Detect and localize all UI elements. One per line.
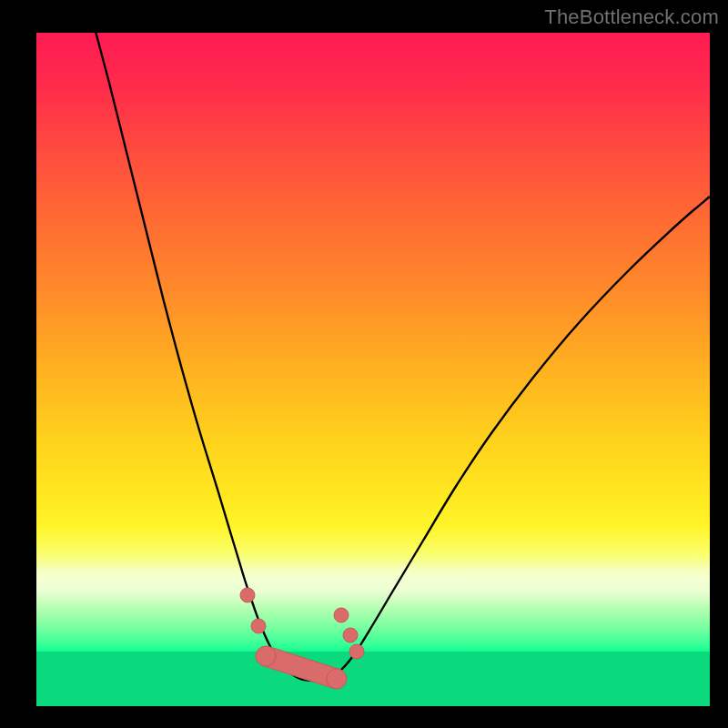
watermark-text: TheBottleneck.com [544, 5, 719, 29]
chart-frame: TheBottleneck.com [0, 0, 728, 728]
markers-group [240, 588, 364, 689]
marker-dot [334, 608, 349, 622]
marker-dot [251, 619, 266, 633]
marker-dot [343, 628, 358, 642]
marker-dot [327, 669, 347, 689]
markers-layer [36, 33, 710, 706]
marker-dot [256, 646, 276, 666]
marker-dot [349, 644, 364, 659]
plot-area [36, 33, 710, 706]
marker-dot [240, 588, 255, 602]
